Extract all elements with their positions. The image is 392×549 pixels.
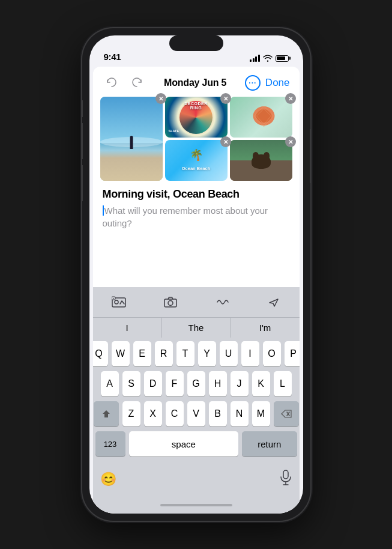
ocean-beach-photo-item: ✕ 🌴 Ocean Beach	[165, 140, 228, 181]
numbers-button[interactable]: 123	[95, 431, 125, 456]
key-h[interactable]: H	[209, 371, 227, 396]
key-a[interactable]: A	[101, 371, 119, 396]
key-b[interactable]: B	[209, 401, 227, 426]
key-f[interactable]: F	[166, 371, 184, 396]
note-body[interactable]: Morning visit, Ocean Beach What will you…	[93, 188, 300, 287]
key-l[interactable]: L	[274, 371, 292, 396]
toolbar: Monday Jun 5 ··· Done	[93, 67, 300, 97]
svg-point-3	[115, 300, 118, 304]
key-k[interactable]: K	[252, 371, 270, 396]
home-indicator[interactable]	[93, 497, 300, 514]
status-time: 9:41	[104, 52, 121, 62]
svg-rect-10	[283, 470, 288, 479]
keyboard-row-4: 123 space return	[95, 431, 297, 456]
keyboard-row-3: Z X C V B N M	[95, 401, 297, 426]
key-v[interactable]: V	[187, 401, 205, 426]
done-button[interactable]: Done	[265, 77, 290, 89]
key-g[interactable]: G	[187, 371, 205, 396]
phone-screen: 9:41	[89, 35, 303, 514]
key-j[interactable]: J	[231, 371, 249, 396]
wifi-icon	[263, 55, 273, 62]
predictive-item-3[interactable]: I'm	[231, 318, 300, 338]
remove-decoder-button[interactable]: ✕	[220, 93, 231, 104]
return-button[interactable]: return	[242, 431, 297, 456]
text-cursor	[103, 205, 104, 216]
beach-photo-item: ✕	[100, 97, 163, 181]
ocean-beach-label-text: Ocean Beach	[182, 166, 211, 171]
key-x[interactable]: X	[144, 401, 162, 426]
delete-button[interactable]	[274, 401, 299, 426]
toolbar-nav-buttons	[103, 74, 146, 92]
key-t[interactable]: T	[176, 341, 194, 366]
note-title: Morning visit, Ocean Beach	[103, 188, 290, 201]
dynamic-island	[169, 35, 223, 51]
key-y[interactable]: Y	[198, 341, 216, 366]
phone-frame: 9:41	[82, 28, 310, 521]
decoder-ring-title-text: DECODERRING	[184, 102, 208, 110]
volume-down-button[interactable]	[82, 165, 83, 201]
key-s[interactable]: S	[122, 371, 140, 396]
key-d[interactable]: D	[144, 371, 162, 396]
volume-up-button[interactable]	[82, 123, 83, 159]
keyboard-row-2: A S D F G H J K L	[95, 371, 297, 396]
notes-app: Monday Jun 5 ··· Done ✕	[93, 67, 300, 514]
predictive-item-2[interactable]: The	[162, 318, 231, 338]
decoder-publisher-text: SLATE	[169, 129, 179, 133]
emoji-button[interactable]: 😊	[97, 468, 120, 491]
key-w[interactable]: W	[112, 341, 130, 366]
key-c[interactable]: C	[166, 401, 184, 426]
status-icons	[250, 55, 289, 62]
mute-button[interactable]	[82, 100, 83, 117]
predictive-item-1[interactable]: I	[93, 318, 162, 338]
space-button[interactable]: space	[129, 431, 239, 456]
dictation-button[interactable]	[276, 466, 296, 492]
undo-button[interactable]	[103, 74, 121, 92]
dog-photo-item: ✕	[230, 140, 292, 181]
remove-dog-button[interactable]: ✕	[285, 136, 296, 147]
note-text-field[interactable]: What will you remember most about your o…	[103, 204, 290, 229]
attached-images-grid: ✕	[100, 97, 292, 181]
ocean-beach-icon: 🌴	[182, 148, 211, 162]
shell-photo-item: ✕	[230, 97, 292, 138]
svg-point-7	[168, 301, 173, 306]
keyboard-row-1: Q W E R T Y U I O P	[95, 341, 297, 366]
battery-icon	[276, 55, 289, 62]
shift-button[interactable]	[94, 401, 119, 426]
send-button[interactable]	[260, 292, 288, 312]
decoder-ring-photo-item: ✕ DECODERRING SLATE	[165, 97, 228, 138]
key-e[interactable]: E	[133, 341, 151, 366]
power-button[interactable]	[310, 129, 310, 183]
audio-button[interactable]	[208, 293, 237, 312]
predictive-text-bar: I The I'm	[93, 317, 300, 338]
keyboard-bottom-row: 😊	[93, 464, 300, 497]
more-options-button[interactable]: ···	[245, 75, 261, 91]
key-o[interactable]: O	[263, 341, 281, 366]
key-q[interactable]: Q	[93, 341, 108, 366]
remove-shell-button[interactable]: ✕	[285, 93, 296, 104]
key-z[interactable]: Z	[122, 401, 140, 426]
keyboard: Q W E R T Y U I O P A S D F G	[93, 338, 300, 464]
note-placeholder-text: What will you remember most about your o…	[103, 205, 268, 228]
note-date-title: Monday Jun 5	[146, 77, 245, 88]
key-i[interactable]: I	[241, 341, 259, 366]
signal-strength-icon	[250, 55, 260, 62]
key-m[interactable]: M	[252, 401, 270, 426]
remove-beach-photo-button[interactable]: ✕	[155, 93, 166, 104]
key-p[interactable]: P	[285, 341, 300, 366]
toolbar-actions: ··· Done	[245, 75, 290, 91]
remove-ocean-beach-button[interactable]: ✕	[220, 136, 231, 147]
key-u[interactable]: U	[220, 341, 238, 366]
redo-button[interactable]	[128, 74, 146, 92]
photo-picker-button[interactable]	[104, 293, 133, 312]
key-r[interactable]: R	[155, 341, 173, 366]
home-bar	[160, 504, 232, 506]
camera-button[interactable]	[156, 293, 185, 312]
key-n[interactable]: N	[231, 401, 249, 426]
input-accessories-bar	[93, 287, 300, 317]
